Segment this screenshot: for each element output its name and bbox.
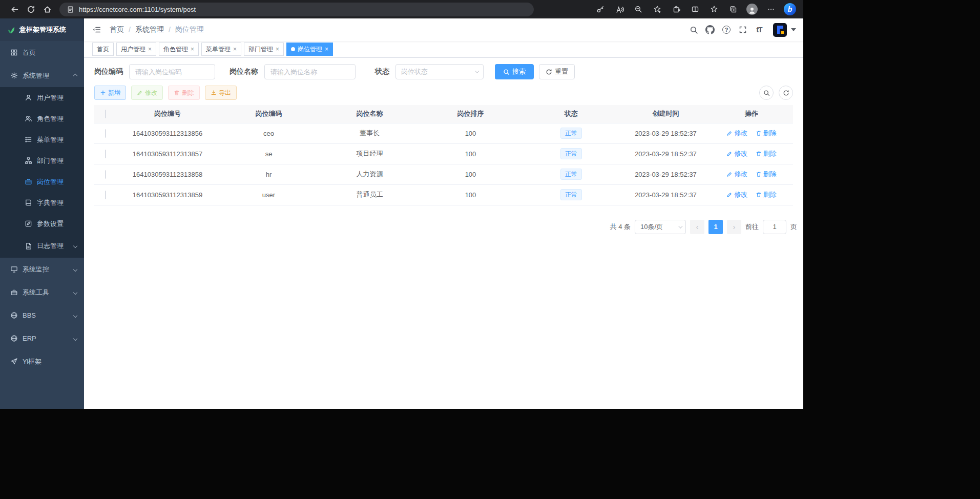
cell-created-at: 2023-03-29 18:52:37 (621, 184, 710, 205)
breadcrumb-item[interactable]: 系统管理 (135, 25, 164, 34)
edit-button[interactable]: 修改 (131, 86, 163, 100)
sidebar-item-users[interactable]: 用户管理 (0, 87, 84, 108)
sidebar-item-roles[interactable]: 角色管理 (0, 108, 84, 129)
search-button[interactable]: 搜索 (495, 64, 534, 79)
sidebar-item-erp[interactable]: ERP (0, 327, 84, 350)
page-size-select[interactable]: 10条/页 (635, 220, 686, 234)
breadcrumb-separator: / (129, 26, 131, 34)
search-icon (503, 69, 510, 75)
close-icon[interactable]: × (191, 46, 194, 52)
add-button[interactable]: 新增 (94, 86, 126, 100)
select-all-checkbox[interactable] (105, 110, 106, 118)
cell-post-id: 1641030593112313859 (117, 184, 218, 205)
page-number-button[interactable]: 1 (708, 220, 723, 234)
favorites-bar-icon[interactable] (706, 2, 722, 16)
browser-profile-button[interactable] (744, 2, 760, 16)
row-checkbox[interactable] (105, 129, 106, 138)
header-search-button[interactable] (686, 22, 701, 38)
collapse-sidebar-button[interactable] (92, 25, 101, 34)
sidebar-item-yi-framework[interactable]: Yi框架 (0, 350, 84, 373)
cell-created-at: 2023-03-29 18:52:37 (621, 123, 710, 143)
close-icon[interactable]: × (233, 46, 237, 52)
app-logo[interactable]: 意框架管理系统 (0, 18, 84, 41)
extensions-icon[interactable] (668, 2, 684, 16)
github-link[interactable] (702, 22, 718, 38)
tab-department-management[interactable]: 部门管理 × (244, 43, 284, 56)
address-bar[interactable]: https://ccnetcore.com:1101/system/post (59, 3, 534, 16)
row-delete-button[interactable]: 删除 (756, 129, 777, 138)
sidebar-item-posts[interactable]: 岗位管理 (0, 171, 84, 192)
row-edit-button[interactable]: 修改 (726, 149, 747, 158)
tab-role-management[interactable]: 角色管理 × (159, 43, 199, 56)
user-menu[interactable] (773, 23, 799, 37)
export-button[interactable]: 导出 (205, 86, 237, 100)
tab-label: 菜单管理 (206, 45, 231, 54)
sidebar-item-logs[interactable]: 日志管理 (0, 234, 84, 258)
column-header: 岗位排序 (420, 105, 521, 123)
row-edit-button[interactable]: 修改 (726, 170, 747, 179)
row-delete-button[interactable]: 删除 (756, 170, 777, 179)
reset-button[interactable]: 重置 (539, 64, 575, 79)
add-favorite-icon[interactable] (649, 2, 665, 16)
fullscreen-button[interactable] (735, 22, 750, 38)
row-checkbox[interactable] (105, 150, 106, 158)
site-info-icon[interactable] (67, 6, 74, 13)
next-page-button[interactable]: › (727, 220, 741, 234)
close-icon[interactable]: × (276, 46, 279, 52)
row-delete-button[interactable]: 删除 (756, 190, 777, 199)
close-icon[interactable]: × (148, 46, 152, 52)
goto-prefix: 前往 (745, 222, 759, 232)
read-aloud-icon[interactable] (611, 2, 628, 16)
prev-page-button[interactable]: ‹ (690, 220, 704, 234)
sidebar-item-dictionaries[interactable]: 字典管理 (0, 192, 84, 213)
font-size-button[interactable]: tT (752, 22, 767, 38)
password-key-icon[interactable] (592, 2, 609, 16)
refresh-button[interactable] (23, 2, 39, 16)
row-delete-button[interactable]: 删除 (756, 149, 777, 158)
status-select[interactable]: 岗位状态 (395, 64, 484, 79)
back-button[interactable] (6, 2, 23, 16)
cell-post-sort: 100 (420, 184, 521, 205)
delete-button[interactable]: 删除 (168, 86, 200, 100)
trash-icon (756, 130, 762, 136)
more-menu-icon[interactable] (763, 2, 779, 16)
sidebar-item-home[interactable]: 首页 (0, 41, 84, 64)
post-code-input[interactable] (129, 64, 215, 79)
sidebar-item-parameters[interactable]: 参数设置 (0, 213, 84, 234)
row-checkbox[interactable] (105, 170, 106, 179)
sidebar-item-system[interactable]: 系统管理 (0, 64, 84, 87)
breadcrumb-item[interactable]: 首页 (110, 25, 124, 34)
help-button[interactable]: ? (719, 22, 734, 38)
tab-user-management[interactable]: 用户管理 × (116, 43, 156, 56)
tab-home[interactable]: 首页 (92, 43, 114, 56)
cell-post-id: 1641030593112313856 (117, 123, 218, 143)
cell-post-sort: 100 (420, 143, 521, 164)
goto-page-input[interactable] (763, 220, 786, 234)
tab-post-management[interactable]: 岗位管理 × (286, 43, 333, 56)
paper-plane-icon (10, 358, 18, 365)
tab-label: 首页 (97, 45, 109, 54)
close-icon[interactable]: × (325, 46, 328, 52)
sidebar-item-menus[interactable]: 菜单管理 (0, 129, 84, 150)
sidebar-item-tools[interactable]: 系统工具 (0, 281, 84, 304)
toolbox-icon (10, 288, 18, 296)
edit-icon (726, 192, 733, 198)
sidebar-item-bbs[interactable]: BBS (0, 304, 84, 327)
split-screen-icon[interactable] (687, 2, 703, 16)
home-button[interactable] (39, 2, 55, 16)
post-name-input[interactable] (264, 64, 356, 79)
users-icon (25, 115, 32, 122)
refresh-table-button[interactable] (779, 86, 793, 100)
collections-icon[interactable] (725, 2, 741, 16)
sidebar-item-monitor[interactable]: 系统监控 (0, 258, 84, 281)
zoom-out-icon[interactable] (630, 2, 647, 16)
sidebar-item-departments[interactable]: 部门管理 (0, 150, 84, 171)
row-edit-button[interactable]: 修改 (726, 129, 747, 138)
tab-menu-management[interactable]: 菜单管理 × (201, 43, 241, 56)
toggle-search-button[interactable] (759, 86, 774, 100)
row-edit-button[interactable]: 修改 (726, 190, 747, 199)
status-badge: 正常 (560, 128, 582, 139)
bing-copilot-button[interactable]: b (782, 2, 798, 16)
row-checkbox[interactable] (105, 191, 106, 199)
dashboard-icon (10, 49, 18, 56)
